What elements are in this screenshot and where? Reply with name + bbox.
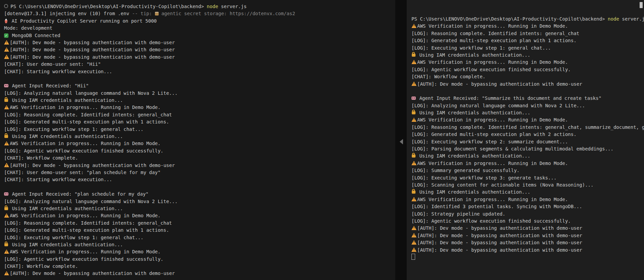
terminal-text: [AUTH]: Dev mode - bypassing authenticat… xyxy=(417,240,582,245)
terminal-text: node xyxy=(207,4,218,9)
lock-icon xyxy=(4,243,8,246)
terminal-link[interactable]: https://dotenvx.com/as2 xyxy=(230,11,295,16)
terminal-text: Using IAM credentials authentication... xyxy=(9,206,123,211)
terminal-line: [LOG]: Analyzing natural language comman… xyxy=(411,102,643,109)
warning-icon xyxy=(4,213,9,218)
terminal-line: AWS Verification in progress... Running … xyxy=(411,196,643,203)
terminal-line: Agent Input Received: "Summarize this do… xyxy=(411,95,643,102)
terminal-line: [LOG]: Summary generated successfully. xyxy=(411,167,643,174)
pane-sash[interactable] xyxy=(395,0,407,280)
terminal-text: Using IAM credentials authentication... xyxy=(417,110,530,115)
terminal-text: [LOG]: Executing workflow step 2: summar… xyxy=(411,139,568,144)
terminal-text: [CHAT]: Workflow complete. xyxy=(4,155,78,161)
terminal-line: [AUTH]: Dev mode - bypassing authenticat… xyxy=(411,81,643,88)
terminal-line: [LOG]: Scanning content for actionable i… xyxy=(411,181,643,189)
terminal-text: [dotenv@17.3.1] injecting env (10) from … xyxy=(4,11,132,16)
terminal-line: Mode: development xyxy=(4,25,393,32)
terminal-line: AWS Verification in progress... Running … xyxy=(4,212,393,219)
terminal-text: AWS Verification in progress... Running … xyxy=(10,249,161,254)
terminal-line: [LOG]: Agentic workflow execution finish… xyxy=(4,256,393,263)
terminal-text: Using IAM credentials authentication... xyxy=(9,242,123,247)
terminal-text: [LOG]: Analyzing natural language comman… xyxy=(4,90,178,96)
terminal-pane-left[interactable]: PS C:\Users\LENOVO\OneDrive\Desktop\AI-P… xyxy=(0,0,395,280)
terminal-line: AWS Verification in progress... Running … xyxy=(411,23,643,30)
terminal-text: [CHAT]: Workflow complete. xyxy=(4,263,78,269)
terminal-text: Agent Input Received: "Hii" xyxy=(9,83,89,88)
terminal-text: server.js xyxy=(218,4,246,9)
terminal-line: [CHAT]: User demo-user sent: "Hii" xyxy=(4,61,393,68)
warning-icon xyxy=(4,105,9,109)
terminal-line: AWS Verification in progress... Running … xyxy=(411,59,643,66)
warning-icon xyxy=(4,141,9,145)
terminal-line: [LOG]: Executing workflow step 1: genera… xyxy=(4,234,393,241)
terminal-text: Using IAM credentials authentication... xyxy=(417,153,530,159)
terminal-text: [LOG]: Agentic workflow execution finish… xyxy=(411,218,571,224)
warning-icon xyxy=(4,47,9,52)
terminal-line: Using IAM credentials authentication... xyxy=(411,52,643,59)
terminal-text: Using IAM credentials authentication... xyxy=(9,97,123,103)
terminal-text: [LOG]: Executing workflow step 1: genera… xyxy=(4,127,143,132)
terminal-text: [LOG]: Parsing document segments & calcu… xyxy=(411,146,613,151)
lock-icon xyxy=(4,99,8,102)
terminal-text: AWS Verification in progress... Running … xyxy=(417,161,568,166)
terminal-text: [CHAT]: Workflow complete. xyxy=(411,74,485,79)
terminal-line: [CHAT]: Workflow complete. xyxy=(411,73,643,80)
terminal-text: AWS Verification in progress... Running … xyxy=(417,23,568,29)
warning-icon xyxy=(411,197,417,201)
scrollbar-thumb[interactable] xyxy=(640,2,643,8)
terminal-text: [LOG]: Analyzing natural language comman… xyxy=(411,103,585,108)
terminal-text: AWS Verification in progress... Running … xyxy=(417,197,568,202)
terminal-text: agentic secret storage: xyxy=(159,11,230,16)
terminal-text: PS C:\Users\LENOVO\OneDrive\Desktop\AI-P… xyxy=(10,4,207,9)
terminal-line: [LOG]: Analyzing natural language comman… xyxy=(4,90,393,97)
terminal-line: AWS Verification in progress... Running … xyxy=(411,160,643,167)
terminal-line: [LOG]: Generated multi-step execution pl… xyxy=(4,118,393,125)
terminal-text: [AUTH]: Dev mode - bypassing authenticat… xyxy=(10,54,175,60)
warning-icon xyxy=(411,60,417,64)
lock-icon xyxy=(4,207,8,210)
terminal-text: [LOG]: Agentic workflow execution finish… xyxy=(4,256,163,262)
terminal-text: [CHAT]: Starting workflow execution... xyxy=(4,69,112,74)
terminal-line: Using IAM credentials authentication... xyxy=(411,152,643,160)
terminal-text: node xyxy=(608,16,619,22)
package-icon xyxy=(155,12,159,16)
terminal-line: [LOG]: Reasoning complete. Identified in… xyxy=(411,124,643,131)
terminal-line: [CHAT]: Workflow complete. xyxy=(4,263,393,270)
terminal-line: MongoDB Connected xyxy=(4,32,393,39)
terminal-line: [CHAT]: Starting workflow execution... xyxy=(4,176,393,183)
terminal-line: [LOG]: Executing workflow step 2: summar… xyxy=(411,138,643,145)
terminal-text: Using IAM credentials authentication... xyxy=(417,189,530,195)
terminal-line xyxy=(4,75,393,82)
rocket-icon xyxy=(4,19,8,23)
terminal-line xyxy=(411,88,643,95)
terminal-line: AWS Verification in progress... Running … xyxy=(411,116,643,123)
terminal-pane-right[interactable]: PS C:\Users\LENOVO\OneDrive\Desktop\AI-P… xyxy=(407,0,644,280)
warning-icon xyxy=(4,271,9,275)
warning-icon xyxy=(411,233,417,237)
terminal-window: { "colors": { "bg-left": "#181818", "bg-… xyxy=(0,0,644,280)
terminal-line: [AUTH]: Dev mode - bypassing authenticat… xyxy=(4,270,393,277)
robot-icon xyxy=(4,192,8,196)
terminal-text: [AUTH]: Dev mode - bypassing authenticat… xyxy=(417,233,582,238)
terminal-text: AWS Verification in progress... Running … xyxy=(417,117,568,122)
terminal-line: [AUTH]: Dev mode - bypassing authenticat… xyxy=(411,232,643,239)
terminal-line: [LOG]: Parsing document segments & calcu… xyxy=(411,145,643,152)
terminal-text: [AUTH]: Dev mode - bypassing authenticat… xyxy=(10,163,175,168)
terminal-line: [AUTH]: Dev mode - bypassing authenticat… xyxy=(4,39,393,46)
terminal-line: [LOG]: Reasoning complete. Identified in… xyxy=(4,220,393,227)
warning-icon xyxy=(411,117,417,122)
terminal-text: Using IAM credentials authentication... xyxy=(417,52,530,58)
terminal-line: [LOG]: Agentic workflow execution finish… xyxy=(411,66,643,73)
circle-icon xyxy=(4,4,8,8)
terminal-line: [LOG]: Agentic workflow execution finish… xyxy=(4,147,393,155)
terminal-line: [AUTH]: Dev mode - bypassing authenticat… xyxy=(411,239,643,246)
terminal-text: [CHAT]: Starting workflow execution... xyxy=(4,177,112,182)
terminal-text: [AUTH]: Dev mode - bypassing authenticat… xyxy=(10,271,175,276)
warning-icon xyxy=(4,55,9,59)
warning-icon xyxy=(411,226,417,230)
lock-icon xyxy=(412,54,415,57)
terminal-text: [LOG]: Analyzing natural language comman… xyxy=(4,199,178,204)
terminal-line: [AUTH]: Dev mode - bypassing authenticat… xyxy=(4,46,393,53)
terminal-line: [LOG]: Generated multi-step execution pl… xyxy=(411,131,643,138)
terminal-text: AI Productivity Copilot Server running o… xyxy=(9,18,157,24)
